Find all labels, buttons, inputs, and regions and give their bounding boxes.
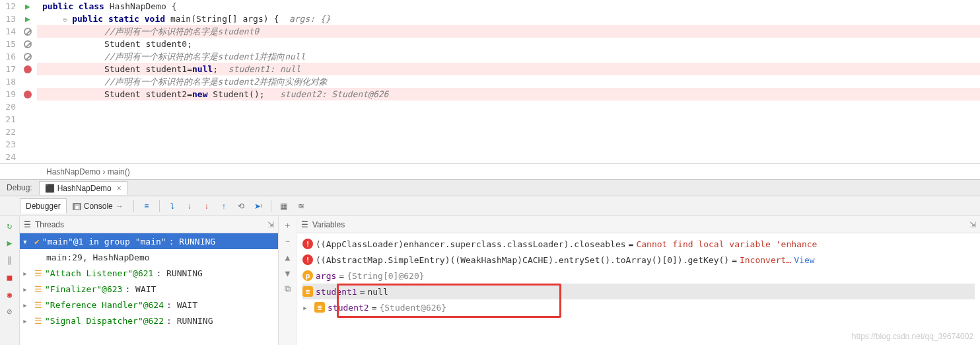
panel-settings-icon[interactable]: ⇲ <box>969 220 976 229</box>
code-text: HashNapDemo { <box>110 1 177 11</box>
error-icon: ! <box>302 239 313 249</box>
var-value: {String[0]@620} <box>347 271 424 281</box>
chevron-right-icon[interactable]: ▸ <box>22 300 32 310</box>
breadcrumb-item[interactable]: HashNapDemo <box>46 167 100 176</box>
vars-side-toolbar: ＋ － ▲ ▼ ⧉ <box>279 216 297 345</box>
step-into-icon[interactable]: ↓ <box>181 198 198 215</box>
field-icon: ≡ <box>302 286 313 297</box>
panel-settings-icon[interactable]: ⇲ <box>267 220 274 229</box>
var-name: student1 <box>316 287 357 297</box>
debugger-tab[interactable]: Debugger <box>20 198 67 213</box>
variable-row[interactable]: ≡ student1 = null <box>302 284 975 299</box>
variable-row[interactable]: ! ((AppClassLoader)enhancer.superclass.c… <box>302 236 975 252</box>
stack-frame[interactable]: main:29, HashNapDemo <box>20 249 278 265</box>
inline-hint: args: {} <box>289 14 331 24</box>
console-icon: ▣ <box>73 203 81 210</box>
thread-icon: ☰ <box>34 284 42 294</box>
breakpoints-icon[interactable]: ◉ <box>3 288 17 301</box>
threads-panel: ☰ Threads ⇲ ▾ ✔ "main"@1 in group "main"… <box>20 216 279 345</box>
variable-row[interactable]: ! ((AbstractMap.SimpleEntry)((WeakHashMa… <box>302 252 975 268</box>
debug-toolwindow-header: Debug: ⬛ HashNapDemo × <box>0 179 980 196</box>
close-icon[interactable]: × <box>117 184 122 193</box>
debug-label: Debug: <box>0 183 39 192</box>
stop-icon[interactable]: ■ <box>3 270 17 284</box>
thread-row[interactable]: ▸ ☰ "Attach Listener"@621: RUNNING <box>20 265 278 281</box>
fold-icon[interactable]: ⊖ <box>63 16 67 23</box>
remove-watch-icon[interactable]: － <box>281 235 295 248</box>
show-execution-icon[interactable]: ≡ <box>138 198 155 215</box>
code-comment: //声明有一个标识符的名字是student0 <box>104 26 259 36</box>
var-value: {Student@626} <box>379 303 446 313</box>
bug-icon: ⬛ <box>45 184 55 193</box>
breadcrumb-sep: › <box>100 167 108 176</box>
thread-row[interactable]: ▸ ☰ "Signal Dispatcher"@622: RUNNING <box>20 313 278 328</box>
move-up-icon[interactable]: ▲ <box>281 250 295 264</box>
var-expr: ((AbstractMap.SimpleEntry)((WeakHashMap)… <box>316 255 729 265</box>
run-icon[interactable]: ▶ <box>25 13 30 25</box>
chevron-down-icon[interactable]: ▾ <box>22 237 32 247</box>
view-link[interactable]: View <box>794 255 814 265</box>
debug-session-tab[interactable]: ⬛ HashNapDemo × <box>39 181 127 195</box>
code-area[interactable]: public class HashNapDemo { ⊖ public stat… <box>37 0 980 163</box>
variable-row[interactable]: ▸ ≡ student2 = {Student@626} <box>302 299 975 315</box>
force-step-into-icon[interactable]: ↓ <box>198 198 215 215</box>
thread-row[interactable]: ▸ ☰ "Finalizer"@623: WAIT <box>20 281 278 297</box>
thread-icon: ☰ <box>34 316 42 326</box>
disabled-icon <box>24 53 32 61</box>
code-text: Student(); <box>207 89 264 99</box>
chevron-right-icon[interactable]: ▸ <box>22 268 32 278</box>
chevron-right-icon[interactable]: ▸ <box>22 316 32 326</box>
breakpoint-icon[interactable] <box>24 65 32 73</box>
threads-icon: ☰ <box>24 220 31 229</box>
chevron-right-icon[interactable]: ▸ <box>302 303 312 313</box>
var-value: Inconvert… <box>740 255 791 265</box>
thread-state: : RUNNING <box>156 268 202 278</box>
execution-toolbar: ↻ ▶ ∥ ■ ◉ ⊘ <box>0 216 20 345</box>
run-to-cursor-icon[interactable]: ➤I <box>250 198 267 215</box>
run-icon[interactable]: ▶ <box>25 0 30 13</box>
code-text: Student student2= <box>104 89 192 99</box>
param-icon: p <box>302 270 313 281</box>
breadcrumb-item[interactable]: main() <box>108 167 130 176</box>
code-text: Student student1= <box>104 64 192 74</box>
evaluate-icon[interactable]: ▦ <box>275 198 293 215</box>
code-text: ; <box>213 64 218 74</box>
step-out-icon[interactable]: ↑ <box>215 198 232 215</box>
mute-breakpoints-icon[interactable]: ⊘ <box>3 305 17 318</box>
breadcrumb[interactable]: HashNapDemo › main() <box>0 163 980 179</box>
variable-row[interactable]: p args = {String[0]@620} <box>302 268 975 284</box>
trace-icon[interactable]: ≋ <box>293 198 310 215</box>
error-icon: ! <box>302 254 313 265</box>
thread-name: "Signal Dispatcher"@622 <box>45 316 164 326</box>
var-name: args <box>316 271 336 281</box>
thread-name: "main"@1 in group "main" <box>42 237 166 247</box>
code-editor[interactable]: 121314 151617 181920 212223 24 ▶ ▶ publi… <box>0 0 980 163</box>
disabled-icon <box>24 28 32 36</box>
thread-state: : RUNNING <box>166 316 213 326</box>
variables-panel: ☰ Variables ⇲ ! ((AppClassLoader)enhance… <box>297 216 980 345</box>
var-name: student2 <box>328 303 369 313</box>
code-text: main(String[] args) { <box>170 14 279 24</box>
thread-row[interactable]: ▸ ☰ "Reference Handler"@624: WAIT <box>20 297 278 313</box>
thread-icon: ☰ <box>34 300 42 310</box>
check-icon: ✔ <box>34 237 40 247</box>
thread-row[interactable]: ▾ ✔ "main"@1 in group "main": RUNNING <box>20 233 278 249</box>
copy-icon[interactable]: ⧉ <box>281 282 295 295</box>
pause-icon[interactable]: ∥ <box>3 253 17 266</box>
add-watch-icon[interactable]: ＋ <box>281 219 295 232</box>
chevron-right-icon[interactable]: ▸ <box>22 284 32 294</box>
console-tab[interactable]: ▣Console → <box>67 198 129 213</box>
rerun-icon[interactable]: ↻ <box>3 219 17 232</box>
resume-icon[interactable]: ▶ <box>3 236 17 249</box>
code-text: public static void <box>72 14 170 24</box>
var-expr: ((AppClassLoader)enhancer.superclass.cla… <box>316 239 626 249</box>
thread-state: : WAIT <box>125 284 156 294</box>
drop-frame-icon[interactable]: ⟲ <box>232 198 250 215</box>
inline-hint: student1: null <box>228 64 301 74</box>
code-text: null <box>192 64 213 74</box>
breakpoint-icon[interactable] <box>24 91 32 98</box>
gutter-markers[interactable]: ▶ ▶ <box>18 0 37 163</box>
panel-title: Threads <box>35 220 64 229</box>
step-over-icon[interactable]: ⤵ <box>164 198 181 215</box>
move-down-icon[interactable]: ▼ <box>281 266 295 280</box>
